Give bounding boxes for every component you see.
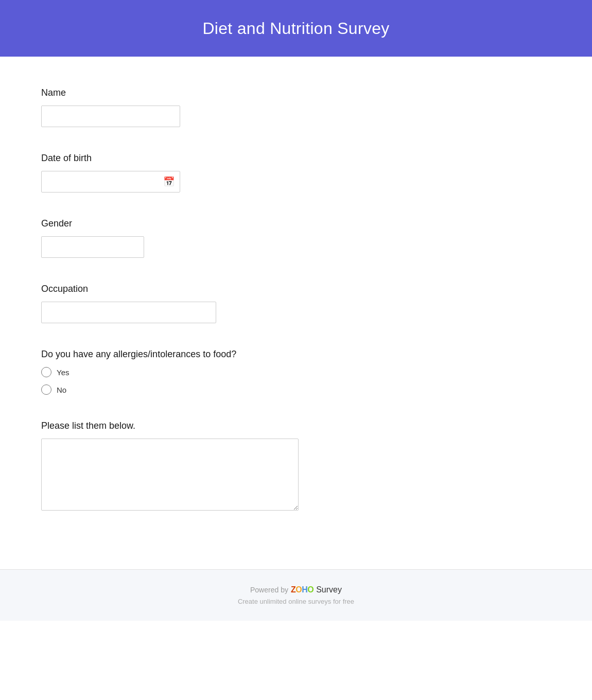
page-title: Diet and Nutrition Survey [202,19,389,38]
name-field-group: Name [41,87,551,127]
zoho-letter-o1: O [295,585,302,594]
gender-label: Gender [41,218,551,229]
occupation-input[interactable] [41,302,216,323]
footer-survey-text: Survey [316,585,342,594]
zoho-letter-z: Z [291,585,295,594]
gender-input[interactable] [41,236,144,258]
calendar-icon[interactable]: 📅 [158,176,180,187]
allergies-radio-group: Yes No [41,367,551,395]
page-footer: Powered by ZOHO Survey Create unlimited … [0,569,592,621]
zoho-letter-h: H [302,585,307,594]
occupation-field-group: Occupation [41,284,551,323]
list-label: Please list them below. [41,421,551,431]
radio-option-no[interactable]: No [41,384,551,395]
radio-no-label: No [57,386,66,394]
footer-sub-text: Create unlimited online surveys for free [10,598,582,605]
radio-no[interactable] [41,384,51,395]
dob-field-group: Date of birth 📅 [41,153,551,192]
radio-yes[interactable] [41,367,51,377]
dob-input-wrapper[interactable]: 📅 [41,171,180,192]
zoho-logo: ZOHO [291,585,314,594]
footer-powered-by: Powered by ZOHO Survey [10,585,582,594]
allergies-question-label: Do you have any allergies/intolerances t… [41,349,551,360]
powered-by-text: Powered by [250,586,288,594]
dob-input[interactable] [42,173,158,190]
name-input[interactable] [41,106,180,127]
occupation-label: Occupation [41,284,551,294]
zoho-letter-o2: O [307,585,314,594]
dob-label: Date of birth [41,153,551,164]
list-field-group: Please list them below. [41,421,551,513]
page-header: Diet and Nutrition Survey [0,0,592,57]
allergies-field-group: Do you have any allergies/intolerances t… [41,349,551,395]
radio-yes-label: Yes [57,368,69,377]
list-textarea[interactable] [41,439,299,511]
name-label: Name [41,87,551,98]
form-container: Name Date of birth 📅 Gender Occupation D… [0,57,592,569]
gender-field-group: Gender [41,218,551,258]
radio-option-yes[interactable]: Yes [41,367,551,377]
